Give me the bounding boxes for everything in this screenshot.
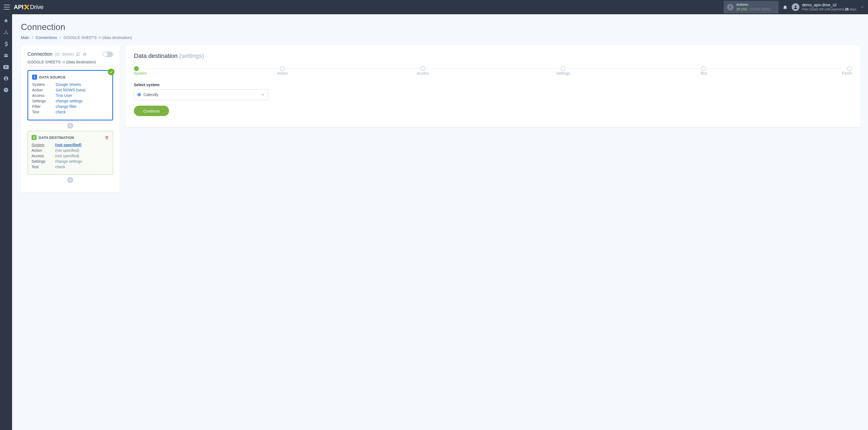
gear-icon[interactable] xyxy=(82,52,87,56)
side-rail: ? xyxy=(0,14,12,430)
billing-icon[interactable] xyxy=(3,41,9,47)
page-title: Connection xyxy=(21,22,860,32)
dest-badge: 2 xyxy=(32,135,36,140)
row-key: Settings xyxy=(32,159,55,163)
actions-pct: (50%) xyxy=(761,7,771,11)
info-icon: i xyxy=(727,4,734,10)
system-select[interactable]: Calendly xyxy=(134,89,268,100)
briefcase-icon[interactable] xyxy=(3,53,9,58)
row-key: Filter xyxy=(32,104,56,109)
row-key: Settings xyxy=(32,99,56,103)
breadcrumb-connections[interactable]: Connections xyxy=(36,35,57,40)
dest-row: Access(not specified) xyxy=(32,154,109,158)
continue-button[interactable]: Continue xyxy=(134,106,169,116)
logo-text-drive: Drive xyxy=(30,4,43,11)
stepper: SystemActionAccessSettingsTestFinish xyxy=(134,66,852,75)
settings-panel: Data destination (settings) SystemAction… xyxy=(126,45,860,127)
check-icon xyxy=(108,69,115,75)
avatar-icon xyxy=(792,3,799,11)
trash-icon[interactable] xyxy=(105,135,109,140)
svg-point-1 xyxy=(5,30,7,32)
logo-x-icon xyxy=(24,4,30,10)
add-source-button[interactable]: + xyxy=(67,123,73,129)
row-value: change settings xyxy=(55,159,82,163)
data-source-box[interactable]: 1 DATA SOURCE SystemGoogle SheetsActionG… xyxy=(27,70,113,120)
notifications-icon[interactable] xyxy=(782,4,788,10)
profile-icon[interactable] xyxy=(3,76,9,81)
dest-row: System(not specified) xyxy=(32,143,109,147)
row-value[interactable]: change filter xyxy=(56,104,76,109)
svg-text:?: ? xyxy=(5,88,7,92)
source-row: Filterchange filter xyxy=(32,104,108,109)
row-key: System xyxy=(32,143,55,147)
row-key: System xyxy=(32,82,56,87)
menu-toggle-icon[interactable] xyxy=(4,5,10,10)
row-value[interactable]: Tina User xyxy=(56,93,72,98)
row-value: (not specified) xyxy=(55,148,79,153)
system-select-value: Calendly xyxy=(144,92,158,97)
step-test[interactable]: Test xyxy=(695,66,712,75)
logo-text-api: API xyxy=(14,4,23,11)
help-icon[interactable]: ? xyxy=(3,87,9,93)
source-row: Testcheck xyxy=(32,110,108,114)
connection-toggle[interactable] xyxy=(103,52,113,57)
connection-id: (ID: 38986) xyxy=(55,52,74,57)
step-system[interactable]: System xyxy=(134,66,150,75)
breadcrumb: Main / Connections / GOOGLE SHEETS -> (d… xyxy=(21,35,860,40)
dest-row: Settingschange settings xyxy=(32,159,109,163)
connections-icon[interactable] xyxy=(3,30,9,35)
svg-rect-10 xyxy=(78,53,80,55)
step-action[interactable]: Action xyxy=(274,66,290,75)
connection-sidebar: Connection (ID: 38986) GOOGLE SHEETS -> … xyxy=(21,45,120,192)
source-row: SystemGoogle Sheets xyxy=(32,82,108,87)
step-settings[interactable]: Settings xyxy=(555,66,571,75)
select-system-label: Select system xyxy=(134,83,852,87)
svg-point-0 xyxy=(795,5,796,7)
actions-counter[interactable]: i Actions: 25'156 / 50'000 (50%) xyxy=(724,1,779,13)
actions-label: Actions: xyxy=(736,2,771,7)
video-icon[interactable] xyxy=(3,64,9,70)
svg-point-7 xyxy=(5,77,7,79)
row-value: (not specified) xyxy=(55,154,79,158)
row-key: Action xyxy=(32,88,56,92)
step-access[interactable]: Access xyxy=(415,66,431,75)
step-finish[interactable]: Finish xyxy=(836,66,852,75)
main-content: Connection Main / Connections / GOOGLE S… xyxy=(12,14,868,430)
actions-total: 50'000 xyxy=(750,7,761,11)
breadcrumb-main[interactable]: Main xyxy=(21,35,29,40)
dest-row: Action(not specified) xyxy=(32,148,109,153)
row-key: Access xyxy=(32,93,56,98)
actions-used: 25'156 xyxy=(736,7,747,11)
user-menu[interactable]: demo_apix-drive_s2 Plan |Start| left unt… xyxy=(792,3,857,11)
chevron-down-icon[interactable] xyxy=(860,5,864,9)
top-bar: API Drive i Actions: 25'156 / 50'000 (50… xyxy=(0,0,868,14)
home-icon[interactable] xyxy=(3,18,9,24)
connection-title: Connection xyxy=(27,51,53,57)
source-row: ActionGet ROWS (new) xyxy=(32,88,108,92)
dest-row: Testcheck xyxy=(32,165,109,169)
radio-icon xyxy=(137,93,141,96)
dest-title: DATA DESTINATION xyxy=(39,135,74,140)
data-destination-box[interactable]: 2 DATA DESTINATION System(not specified)… xyxy=(27,131,113,175)
source-title: DATA SOURCE xyxy=(39,75,66,79)
row-value: check xyxy=(55,165,65,169)
row-key: Test xyxy=(32,165,55,169)
source-row: Settingschange settings xyxy=(32,99,108,103)
panel-title: Data destination (settings) xyxy=(134,53,852,60)
source-row: AccessTina User xyxy=(32,93,108,98)
row-key: Test xyxy=(32,110,56,114)
row-key: Access xyxy=(32,154,55,158)
row-value[interactable]: change settings xyxy=(56,99,83,103)
add-destination-button[interactable]: + xyxy=(67,177,73,183)
row-value[interactable]: Get ROWS (new) xyxy=(56,88,86,92)
row-value[interactable]: Google Sheets xyxy=(56,82,81,87)
chevron-down-icon xyxy=(261,93,265,97)
row-key: Action xyxy=(32,148,55,153)
actions-sep: / xyxy=(747,7,750,11)
row-value[interactable]: (not specified) xyxy=(55,143,82,147)
user-plan: Plan |Start| left until payment 26 days xyxy=(802,7,857,11)
logo[interactable]: API Drive xyxy=(14,4,43,11)
user-name: demo_apix-drive_s2 xyxy=(802,3,857,7)
copy-icon[interactable] xyxy=(76,52,80,56)
row-value[interactable]: check xyxy=(56,110,66,114)
